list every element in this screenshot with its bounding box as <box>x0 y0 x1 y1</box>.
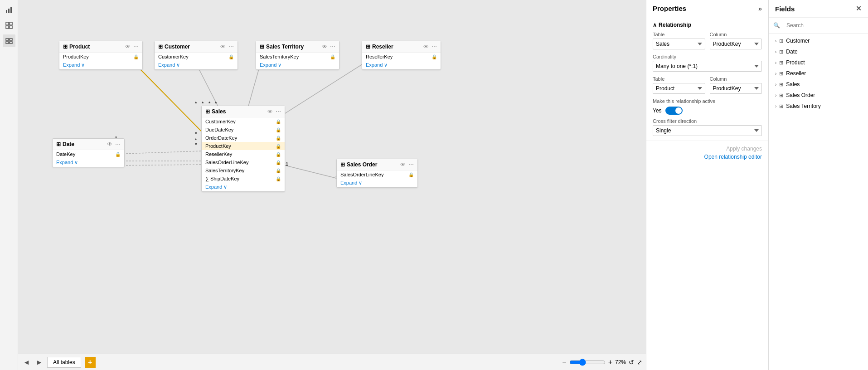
chevron-right-icon-date: › <box>775 49 776 54</box>
eye-icon5[interactable]: 👁 <box>107 141 112 147</box>
zoom-slider[interactable] <box>569 359 606 366</box>
eye-icon[interactable]: 👁 <box>125 44 131 50</box>
svg-rect-1 <box>8 9 10 13</box>
reseller-expand[interactable]: Expand ∨ <box>362 61 441 69</box>
sales-field-resellerkey: ResellerKey 🔒 <box>202 150 285 158</box>
grid-icon[interactable] <box>3 19 15 32</box>
hide-icon7: 🔒 <box>408 172 414 177</box>
active-toggle[interactable] <box>665 107 683 115</box>
table-icon-sales-territory: ⊞ <box>779 103 783 109</box>
zoom-refresh[interactable]: ↺ <box>629 359 634 366</box>
eye-icon2[interactable]: 👁 <box>220 44 226 50</box>
fields-label-sales-territory: Sales Territory <box>786 103 820 109</box>
table-customer-actions[interactable]: 👁 ⋯ <box>220 44 234 50</box>
prev-nav-button[interactable]: ◀ <box>22 358 31 367</box>
zoom-expand[interactable]: ⤢ <box>637 359 642 366</box>
table-sales-territory: ⊞ Sales Territory 👁 ⋯ SalesTerritoryKey … <box>256 41 339 70</box>
customer-expand[interactable]: Expand ∨ <box>155 61 238 69</box>
bar-chart-icon[interactable] <box>3 4 15 16</box>
search-icon: 🔍 <box>773 22 780 29</box>
table2-select[interactable]: Product Sales Customer Reseller <box>653 83 705 94</box>
next-nav-button[interactable]: ▶ <box>34 358 44 367</box>
column2-select[interactable]: ProductKey <box>710 83 762 94</box>
table-date-actions[interactable]: 👁 ⋯ <box>107 141 121 147</box>
svg-rect-10 <box>10 42 12 44</box>
fields-item-sales-territory[interactable]: › ⊞ Sales Territory <box>769 101 868 112</box>
column1-col: Column ProductKey CustomerKey <box>710 32 762 49</box>
table-sales: ⊞ Sales 👁 ⋯ CustomerKey 🔒 DueDateKey 🔒 O… <box>201 106 285 192</box>
apply-changes-link[interactable]: Apply changes <box>653 146 762 152</box>
customer-field-customerkey: CustomerKey 🔒 <box>155 53 238 61</box>
eye-icon7[interactable]: 👁 <box>400 161 406 168</box>
date-expand[interactable]: Expand ∨ <box>53 158 124 167</box>
toggle-row: Yes <box>653 107 762 115</box>
table-sales-actions[interactable]: 👁 ⋯ <box>267 108 281 115</box>
sales-expand[interactable]: Expand ∨ <box>202 183 285 191</box>
fields-label-reseller: Reseller <box>786 70 806 77</box>
fields-label-date: Date <box>786 49 797 55</box>
fields-close-icon[interactable]: ✕ <box>856 5 862 13</box>
fields-item-product[interactable]: › ⊞ Product <box>769 57 868 68</box>
table2-col: Table Product Sales Customer Reseller <box>653 76 705 94</box>
hide-icon6d: 🔒 <box>276 144 281 149</box>
table-grid-icon4: ⊞ <box>366 44 370 50</box>
sales-field-productkey: ProductKey 🔒 <box>202 142 285 150</box>
more-icon2[interactable]: ⋯ <box>228 44 234 50</box>
table-sales-order-header: ⊞ Sales Order 👁 ⋯ <box>337 159 417 170</box>
product-expand[interactable]: Expand ∨ <box>59 61 142 69</box>
column1-select[interactable]: ProductKey CustomerKey <box>710 39 762 49</box>
eye-icon3[interactable]: 👁 <box>322 44 327 50</box>
fields-label-product: Product <box>786 59 805 66</box>
add-table-button[interactable]: + <box>85 357 96 368</box>
toggle-yes-label: Yes <box>653 107 662 114</box>
table-reseller-actions[interactable]: 👁 ⋯ <box>423 44 437 50</box>
table-product-actions[interactable]: 👁 ⋯ <box>125 44 139 50</box>
table-icon-reseller: ⊞ <box>779 71 783 77</box>
fields-item-reseller[interactable]: › ⊞ Reseller <box>769 68 868 79</box>
search-input[interactable] <box>783 20 863 30</box>
svg-rect-7 <box>6 39 9 40</box>
table-icon-sales: ⊞ <box>779 82 783 88</box>
hide-icon5: 🔒 <box>115 152 121 157</box>
svg-line-19 <box>113 165 201 166</box>
territory-expand[interactable]: Expand ∨ <box>256 61 339 69</box>
table-territory-actions[interactable]: 👁 ⋯ <box>322 44 335 50</box>
more-icon7[interactable]: ⋯ <box>408 161 414 168</box>
svg-rect-4 <box>10 22 12 25</box>
more-icon3[interactable]: ⋯ <box>330 44 335 50</box>
fields-item-sales-order[interactable]: › ⊞ Sales Order <box>769 90 868 101</box>
all-tables-tab[interactable]: All tables <box>47 357 81 368</box>
cross-filter-select[interactable]: Single Both <box>653 125 762 136</box>
table-sales-title: ⊞ Sales <box>205 108 226 115</box>
fields-item-customer[interactable]: › ⊞ Customer <box>769 35 868 46</box>
more-icon4[interactable]: ⋯ <box>432 44 437 50</box>
fields-item-sales[interactable]: › ⊞ Sales <box>769 79 868 90</box>
eye-icon4[interactable]: 👁 <box>423 44 429 50</box>
table-sales-order-actions[interactable]: 👁 ⋯ <box>400 161 414 168</box>
properties-title: Properties <box>653 5 686 12</box>
table1-select[interactable]: Sales Customer Product Reseller Date <box>653 39 705 49</box>
fields-header: Fields ✕ <box>769 0 868 18</box>
svg-rect-2 <box>10 7 12 13</box>
zoom-minus[interactable]: − <box>562 358 566 366</box>
properties-collapse-button[interactable]: » <box>758 5 762 12</box>
more-icon[interactable]: ⋯ <box>133 44 139 50</box>
table-customer-header: ⊞ Customer 👁 ⋯ <box>155 41 238 53</box>
table-date: ⊞ Date 👁 ⋯ DateKey 🔒 Expand ∨ <box>52 138 125 167</box>
cardinality-star-date-c: * <box>195 142 197 147</box>
more-icon6[interactable]: ⋯ <box>276 108 281 115</box>
more-icon5[interactable]: ⋯ <box>115 141 121 147</box>
fields-item-date[interactable]: › ⊞ Date <box>769 46 868 57</box>
salesorder-expand[interactable]: Expand ∨ <box>337 179 417 187</box>
zoom-plus[interactable]: + <box>608 358 612 366</box>
open-editor-link[interactable]: Open relationship editor <box>653 154 762 160</box>
eye-icon6[interactable]: 👁 <box>267 108 273 115</box>
column2-col: Column ProductKey <box>710 76 762 94</box>
table-product: ⊞ Product 👁 ⋯ ProductKey 🔒 Expand ∨ <box>59 41 143 70</box>
model-icon[interactable] <box>3 34 15 47</box>
territory-field-key: SalesTerritoryKey 🔒 <box>256 53 339 61</box>
cardinality-select[interactable]: Many to one (*:1) One to one (1:1) Many … <box>653 61 762 72</box>
sales-field-orderdatekey: OrderDateKey 🔒 <box>202 134 285 142</box>
hide-icon6a: 🔒 <box>276 119 281 124</box>
fields-search-bar: 🔍 <box>769 18 868 34</box>
